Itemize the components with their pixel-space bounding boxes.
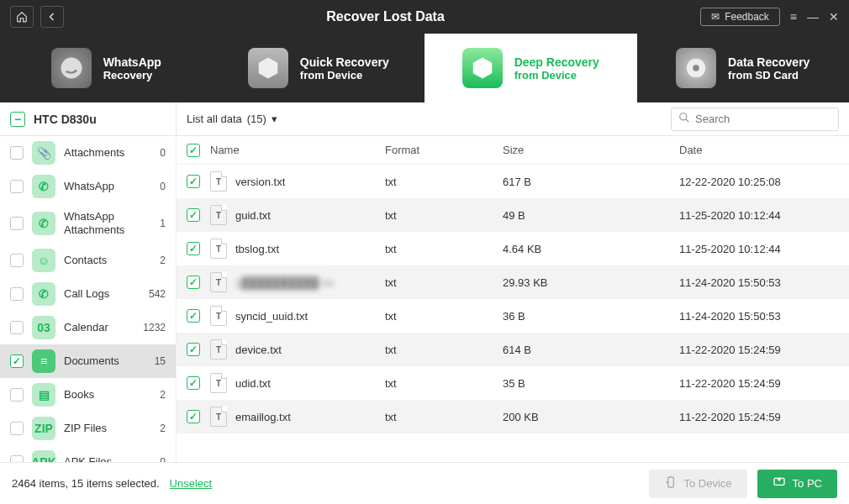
category-label: Books <box>64 388 151 402</box>
table-row[interactable]: Tq██████████.txttxt29.93 KB11-24-2020 15… <box>177 265 849 299</box>
col-date[interactable]: Date <box>679 144 839 156</box>
file-date: 11-25-2020 10:12:44 <box>679 209 839 222</box>
mode-whatsapp-recovery[interactable]: WhatsApp Recovery <box>0 34 213 102</box>
category-icon: 📎 <box>32 141 55 165</box>
category-icon: ✆ <box>32 212 55 235</box>
table-row[interactable]: Tdevice.txttxt614 B11-22-2020 15:24:59 <box>177 333 849 366</box>
menu-icon[interactable]: ≡ <box>790 10 797 24</box>
file-name: device.txt <box>235 344 282 356</box>
row-checkbox[interactable] <box>187 175 200 188</box>
home-button[interactable] <box>10 6 34 28</box>
table-row[interactable]: Tguid.txttxt49 B11-25-2020 10:12:44 <box>177 198 849 232</box>
category-checkbox[interactable] <box>10 388 24 402</box>
to-device-label: To Device <box>684 477 732 490</box>
row-checkbox[interactable] <box>187 309 200 323</box>
sidebar-item-zip-files[interactable]: ZIPZIP Files2 <box>0 412 176 445</box>
file-rows: Tversion.txttxt617 B12-22-2020 10:25:08T… <box>177 165 849 462</box>
window-title: Recover Lost Data <box>71 9 700 24</box>
whatsapp-icon <box>51 48 92 88</box>
collapse-toggle[interactable]: − <box>10 112 25 127</box>
row-checkbox[interactable] <box>187 343 200 356</box>
mode-sublabel: from Device <box>300 69 389 81</box>
category-icon: ≡ <box>32 349 55 373</box>
sidebar-item-books[interactable]: ▤Books2 <box>0 378 176 412</box>
mode-label: WhatsApp <box>103 55 161 69</box>
table-row[interactable]: Ttbslog.txttxt4.64 KB11-25-2020 10:12:44 <box>177 232 849 265</box>
category-icon: ☺ <box>32 249 55 272</box>
file-name: version.txt <box>235 176 285 188</box>
mode-deep-recovery[interactable]: Deep Recovery from Device <box>424 34 637 102</box>
category-label: Contacts <box>64 254 151 267</box>
file-date: 11-22-2020 15:24:59 <box>679 411 839 423</box>
file-format: txt <box>385 377 503 390</box>
file-name: udid.txt <box>235 377 271 390</box>
mode-sublabel: Recovery <box>103 69 161 81</box>
search-input[interactable] <box>695 113 836 125</box>
select-all-checkbox[interactable] <box>187 144 200 157</box>
category-icon: ✆ <box>32 175 55 198</box>
unselect-link[interactable]: Unselect <box>170 477 213 490</box>
category-checkbox[interactable] <box>10 146 24 160</box>
sidebar-item-documents[interactable]: ≡Documents15 <box>0 344 176 378</box>
col-format[interactable]: Format <box>385 144 503 156</box>
category-count: 0 <box>160 456 166 462</box>
table-row[interactable]: Tudid.txttxt35 B11-22-2020 15:24:59 <box>177 366 849 400</box>
col-size[interactable]: Size <box>503 144 679 156</box>
row-checkbox[interactable] <box>187 410 200 423</box>
sidebar-item-whatsapp-attachments[interactable]: ✆WhatsApp Attachments1 <box>0 203 176 244</box>
file-name: guid.txt <box>235 209 271 222</box>
mode-sd-recovery[interactable]: Data Recovery from SD Card <box>637 34 850 102</box>
category-checkbox[interactable] <box>10 455 24 462</box>
sidebar-item-apk-files[interactable]: APKAPK Files0 <box>0 445 176 462</box>
file-name: tbslog.txt <box>235 243 279 255</box>
row-checkbox[interactable] <box>187 276 200 289</box>
text-file-icon: T <box>210 339 227 360</box>
sidebar-item-call-logs[interactable]: ✆Call Logs542 <box>0 277 176 311</box>
feedback-button[interactable]: ✉ Feedback <box>700 8 780 26</box>
category-checkbox[interactable] <box>10 254 24 267</box>
category-checkbox[interactable] <box>10 217 24 230</box>
sidebar-item-calendar[interactable]: 03Calendar1232 <box>0 311 176 344</box>
category-checkbox[interactable] <box>10 180 24 193</box>
category-icon: ZIP <box>32 417 55 440</box>
sidebar-item-contacts[interactable]: ☺Contacts2 <box>0 244 176 277</box>
text-file-icon: T <box>210 205 227 225</box>
selection-summary: 2464 items, 15 items selected. <box>12 477 160 490</box>
category-label: WhatsApp Attachments <box>64 210 151 236</box>
svg-rect-4 <box>667 477 673 487</box>
back-button[interactable] <box>40 6 64 28</box>
mode-quick-recovery[interactable]: Quick Recovery from Device <box>213 34 425 102</box>
category-count: 0 <box>160 147 166 159</box>
to-pc-button[interactable]: To PC <box>757 470 837 498</box>
file-size: 200 KB <box>503 411 679 423</box>
category-label: Calendar <box>64 321 134 334</box>
table-row[interactable]: Temaillog.txttxt200 KB11-22-2020 15:24:5… <box>177 400 849 433</box>
category-count: 2 <box>160 255 166 266</box>
category-icon: ▤ <box>32 383 55 407</box>
device-name: HTC D830u <box>34 113 97 126</box>
col-name[interactable]: Name <box>210 144 385 156</box>
file-name: emaillog.txt <box>235 411 291 423</box>
category-checkbox[interactable] <box>10 422 24 435</box>
to-device-button[interactable]: To Device <box>649 470 747 498</box>
category-icon: 03 <box>32 316 55 339</box>
row-checkbox[interactable] <box>187 208 200 222</box>
table-row[interactable]: Tsyncid_uuid.txttxt36 B11-24-2020 15:50:… <box>177 299 849 333</box>
category-checkbox[interactable] <box>10 287 24 301</box>
row-checkbox[interactable] <box>187 242 200 255</box>
sidebar-item-whatsapp[interactable]: ✆WhatsApp0 <box>0 170 176 203</box>
table-row[interactable]: Tversion.txttxt617 B12-22-2020 10:25:08 <box>177 165 849 198</box>
category-checkbox[interactable] <box>10 354 24 368</box>
close-icon[interactable]: ✕ <box>829 10 839 24</box>
filter-count: (15) <box>247 113 266 125</box>
category-count: 542 <box>149 288 166 300</box>
category-icon: ✆ <box>32 282 55 306</box>
sidebar-item-attachments[interactable]: 📎Attachments0 <box>0 136 176 170</box>
minimize-icon[interactable]: — <box>807 10 819 24</box>
category-label: WhatsApp <box>64 180 151 193</box>
search-box[interactable] <box>671 108 839 131</box>
row-checkbox[interactable] <box>187 376 200 390</box>
file-date: 11-22-2020 15:24:59 <box>679 344 839 356</box>
category-checkbox[interactable] <box>10 321 24 334</box>
filter-dropdown[interactable]: List all data (15) ▾ <box>177 113 287 125</box>
